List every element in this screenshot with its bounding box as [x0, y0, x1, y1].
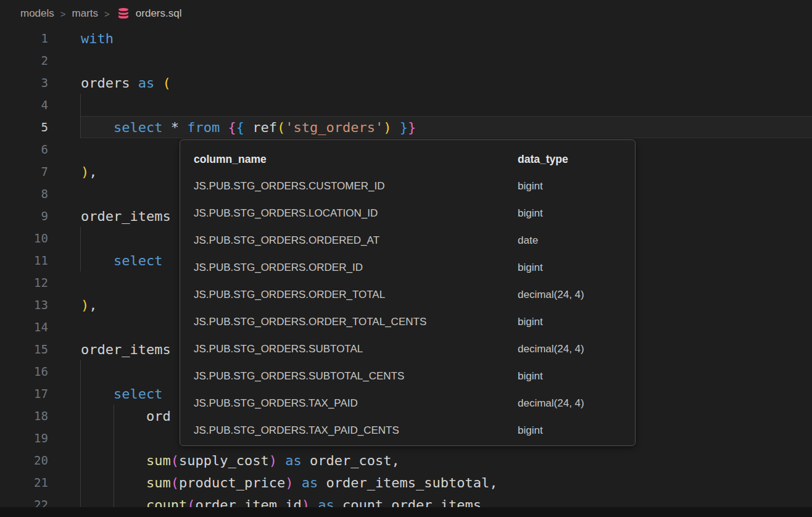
line-number: 16 — [0, 365, 48, 378]
popup-header-row: column_name data_type — [180, 146, 635, 173]
column-name-cell: JS.PUB.STG_ORDERS.CUSTOMER_ID — [194, 180, 518, 192]
indent-guide — [114, 427, 114, 449]
line-number: 5 — [0, 120, 48, 134]
breadcrumb-item-models[interactable]: models — [20, 7, 54, 20]
code-text: select * from {{ ref('stg_orders') }} — [48, 120, 416, 135]
editor-bottom-strip — [0, 507, 812, 517]
line-number: 18 — [0, 409, 48, 423]
column-name-cell: JS.PUB.STG_ORDERS.ORDER_TOTAL_CENTS — [194, 316, 518, 328]
line-number: 20 — [0, 453, 48, 467]
column-row: JS.PUB.STG_ORDERS.TAX_PAIDdecimal(24, 4) — [180, 390, 635, 417]
database-icon — [116, 6, 131, 21]
chevron-right-icon: > — [60, 9, 66, 19]
column-row: JS.PUB.STG_ORDERS.ORDER_IDbigint — [180, 254, 635, 281]
line-number: 19 — [0, 431, 48, 445]
code-line[interactable]: 20 sum(supply_cost) as order_cost, — [0, 449, 812, 471]
code-line[interactable]: 1with — [0, 27, 812, 49]
code-text: order_items — [48, 209, 171, 224]
column-name-cell: JS.PUB.STG_ORDERS.ORDER_ID — [194, 262, 518, 274]
column-name-cell: JS.PUB.STG_ORDERS.TAX_PAID_CENTS — [194, 424, 518, 437]
data-type-cell: bigint — [518, 424, 635, 437]
code-line[interactable]: 4 — [0, 94, 812, 116]
chevron-right-icon: > — [104, 9, 110, 19]
code-text: ), — [48, 164, 97, 180]
breadcrumb-item-marts[interactable]: marts — [72, 7, 99, 20]
column-metadata-popup: column_name data_type JS.PUB.STG_ORDERS.… — [180, 139, 636, 446]
line-number: 9 — [0, 209, 48, 223]
line-number: 21 — [0, 476, 48, 489]
code-line[interactable]: 3orders as ( — [0, 72, 812, 94]
line-number: 17 — [0, 387, 48, 400]
column-name-cell: JS.PUB.STG_ORDERS.ORDER_TOTAL — [194, 289, 518, 301]
code-text: sum(product_price) as order_items_subtot… — [48, 475, 498, 490]
column-row: JS.PUB.STG_ORDERS.SUBTOTAL_CENTSbigint — [180, 363, 635, 390]
code-text: orders as ( — [48, 75, 171, 91]
column-row: JS.PUB.STG_ORDERS.ORDER_TOTAL_CENTSbigin… — [180, 308, 635, 336]
line-number: 4 — [0, 98, 48, 112]
line-number: 12 — [0, 276, 48, 289]
code-text: order_items — [48, 342, 171, 357]
data-type-cell: date — [518, 234, 635, 247]
line-number: 2 — [0, 54, 48, 67]
line-number: 13 — [0, 298, 48, 312]
line-number: 7 — [0, 165, 48, 178]
column-name-cell: JS.PUB.STG_ORDERS.ORDERED_AT — [194, 234, 518, 247]
line-number: 6 — [0, 143, 48, 156]
data-type-cell: bigint — [518, 316, 635, 328]
data-type-cell: decimal(24, 4) — [518, 397, 635, 410]
indent-guide — [80, 360, 81, 383]
column-row: JS.PUB.STG_ORDERS.LOCATION_IDbigint — [180, 200, 635, 227]
column-row: JS.PUB.STG_ORDERS.SUBTOTALdecimal(24, 4) — [180, 336, 635, 363]
column-name-cell: JS.PUB.STG_ORDERS.TAX_PAID — [194, 397, 518, 410]
indent-guide — [80, 427, 81, 449]
line-number: 1 — [0, 31, 48, 45]
data-type-cell: bigint — [518, 180, 635, 192]
line-number: 3 — [0, 76, 48, 89]
code-text: sum(supply_cost) as order_cost, — [48, 453, 400, 468]
code-text: with — [48, 31, 114, 46]
column-name-cell: JS.PUB.STG_ORDERS.SUBTOTAL_CENTS — [194, 370, 518, 383]
indent-guide — [80, 94, 81, 116]
popup-header-data-type: data_type — [518, 153, 635, 166]
code-line[interactable]: 2 — [0, 49, 812, 72]
column-row: JS.PUB.STG_ORDERS.ORDER_TOTALdecimal(24,… — [180, 281, 635, 308]
column-row: JS.PUB.STG_ORDERS.TAX_PAID_CENTSbigint — [180, 417, 635, 444]
data-type-cell: bigint — [518, 207, 635, 220]
breadcrumb-file-orders-sql[interactable]: orders.sql — [136, 7, 182, 20]
data-type-cell: bigint — [518, 262, 635, 274]
column-row: JS.PUB.STG_ORDERS.ORDERED_ATdate — [180, 227, 635, 254]
data-type-cell: decimal(24, 4) — [518, 289, 635, 301]
code-text: select — [48, 253, 162, 268]
popup-header-column-name: column_name — [194, 153, 518, 166]
code-line[interactable]: 5 select * from {{ ref('stg_orders') }} — [0, 116, 812, 138]
line-number: 14 — [0, 320, 48, 334]
code-text: ), — [48, 297, 97, 313]
code-line[interactable]: 21 sum(product_price) as order_items_sub… — [0, 471, 812, 494]
line-number: 8 — [0, 187, 48, 201]
indent-guide — [80, 227, 81, 249]
column-name-cell: JS.PUB.STG_ORDERS.LOCATION_ID — [194, 207, 518, 220]
line-number: 10 — [0, 231, 48, 245]
column-name-cell: JS.PUB.STG_ORDERS.SUBTOTAL — [194, 343, 518, 355]
line-number: 11 — [0, 254, 48, 267]
data-type-cell: bigint — [518, 370, 635, 383]
breadcrumb: models > marts > orders.sql — [0, 0, 812, 27]
code-text: select — [48, 386, 162, 402]
column-row: JS.PUB.STG_ORDERS.CUSTOMER_IDbigint — [180, 173, 635, 200]
code-text: ord — [48, 408, 171, 424]
data-type-cell: decimal(24, 4) — [518, 343, 635, 355]
line-number: 15 — [0, 342, 48, 356]
